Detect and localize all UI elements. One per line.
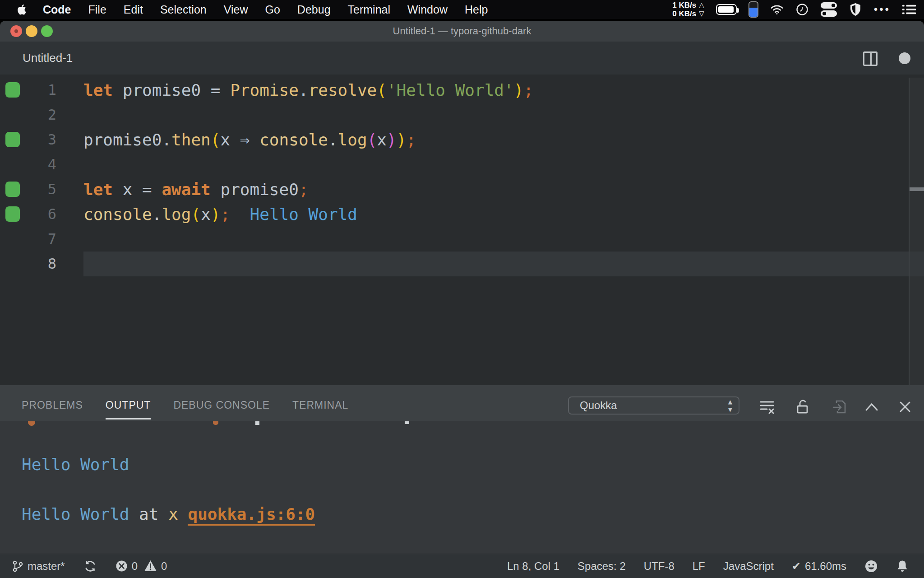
- sync-icon: [84, 560, 97, 573]
- notifications-button[interactable]: [896, 559, 909, 573]
- menu-left: CodeFileEditSelectionViewGoDebugTerminal…: [0, 3, 496, 16]
- window-title: Untitled-1 — typora-github-dark: [0, 21, 924, 42]
- code-token: ): [514, 81, 524, 99]
- line-number: 4: [0, 152, 56, 177]
- maximize-panel-icon[interactable]: [864, 399, 880, 415]
- code-token: 'Hello World': [387, 81, 514, 99]
- tab-output[interactable]: OUTPUT: [106, 399, 151, 411]
- clock-icon[interactable]: [795, 3, 809, 16]
- code-token: promise0: [83, 131, 162, 149]
- line-number: 7: [0, 227, 56, 252]
- code-text: promise0.then(x ⇒ console.log(x));: [83, 127, 416, 152]
- code-token: (: [191, 205, 201, 224]
- tab-untitled-1[interactable]: Untitled-1: [23, 42, 73, 75]
- network-down-speed: 0 KB/s: [672, 9, 696, 18]
- bell-icon: [896, 559, 909, 573]
- output-text: Hello World: [22, 505, 129, 523]
- apple-menu-icon[interactable]: [15, 3, 27, 16]
- wifi-icon[interactable]: [770, 3, 784, 16]
- git-branch-item[interactable]: master*: [12, 560, 65, 573]
- problems-errors-item[interactable]: 0: [116, 560, 138, 573]
- sync-button[interactable]: [84, 560, 97, 573]
- menu-item-edit[interactable]: Edit: [115, 3, 152, 16]
- cursor-position[interactable]: Ln 8, Col 1: [507, 560, 559, 573]
- code-token: .: [152, 205, 162, 224]
- close-panel-icon[interactable]: [897, 399, 913, 415]
- menu-item-terminal[interactable]: Terminal: [339, 3, 399, 16]
- menu-item-help[interactable]: Help: [456, 3, 496, 16]
- panel-header: PROBLEMS OUTPUT DEBUG CONSOLE TERMINAL Q…: [0, 385, 924, 421]
- code-editor[interactable]: 1let promise0 = Promise.resolve('Hello W…: [0, 75, 924, 385]
- overview-ruler-divider: [909, 78, 910, 385]
- unlock-icon[interactable]: [795, 399, 811, 415]
- code-line-6: 6console.log(x); Hello World: [0, 202, 924, 227]
- output-text: Hello World: [22, 455, 129, 474]
- network-up-speed: 1 KB/s: [672, 1, 696, 9]
- toggles-icon[interactable]: [821, 2, 837, 17]
- menu-item-debug[interactable]: Debug: [289, 3, 339, 16]
- code-token: await: [162, 180, 210, 199]
- code-token: x: [201, 205, 211, 224]
- menu-item-view[interactable]: View: [215, 3, 257, 16]
- error-icon: [116, 560, 128, 572]
- code-token: (: [377, 81, 387, 99]
- git-branch-icon: [12, 560, 23, 573]
- code-token: ;: [299, 180, 309, 199]
- clipped-output-fragment: [28, 421, 35, 426]
- menu-item-window[interactable]: Window: [399, 3, 456, 16]
- editor-tab-bar: Untitled-1: [0, 42, 924, 75]
- clear-output-icon[interactable]: [759, 399, 775, 415]
- clipped-output-fragment: [255, 421, 259, 425]
- code-token: ⇒: [240, 131, 259, 149]
- menu-items: CodeFileEditSelectionViewGoDebugTerminal…: [34, 3, 496, 16]
- eol-sequence[interactable]: LF: [693, 560, 705, 573]
- vscode-window: Untitled-1 — typora-github-dark Untitled…: [0, 21, 924, 578]
- dirty-indicator-dot[interactable]: [899, 52, 910, 64]
- device-battery-icon[interactable]: [748, 1, 758, 18]
- download-arrow-icon: ▽: [699, 9, 704, 18]
- line-number: 2: [0, 103, 56, 127]
- output-text: x: [168, 505, 188, 523]
- code-token: (: [211, 131, 221, 149]
- check-icon: ✔: [792, 560, 801, 573]
- open-output-in-editor-icon[interactable]: [831, 399, 847, 415]
- tab-terminal[interactable]: TERMINAL: [292, 399, 348, 411]
- output-content[interactable]: Hello WorldHello World at x quokka.js:6:…: [0, 421, 924, 574]
- output-channel-value: Quokka: [580, 399, 617, 411]
- window-title-bar[interactable]: Untitled-1 — typora-github-dark: [0, 21, 924, 42]
- clipped-output-fragment: [405, 421, 409, 424]
- menu-item-go[interactable]: Go: [257, 3, 289, 16]
- menu-item-selection[interactable]: Selection: [152, 3, 215, 16]
- output-line: Hello World: [22, 452, 129, 477]
- code-token: promise0: [113, 81, 211, 99]
- clipped-output-fragment: [213, 421, 218, 425]
- language-mode[interactable]: JavaScript: [723, 560, 774, 573]
- split-editor-icon[interactable]: [863, 51, 878, 66]
- tab-debug-console[interactable]: DEBUG CONSOLE: [173, 399, 270, 411]
- encoding[interactable]: UTF-8: [644, 560, 675, 573]
- menu-item-code[interactable]: Code: [34, 3, 80, 16]
- network-speed-indicator[interactable]: 1 KB/s 0 KB/s △ ▽: [672, 1, 704, 18]
- code-line-7: 7: [0, 227, 924, 252]
- output-text: at: [129, 505, 168, 523]
- code-token: x: [113, 180, 142, 199]
- code-line-4: 4: [0, 152, 924, 177]
- quokka-time-item[interactable]: ✔ 61.60ms: [792, 560, 846, 573]
- output-source-link[interactable]: quokka.js:6:0: [188, 505, 315, 526]
- list-icon[interactable]: [902, 3, 916, 16]
- menu-item-file[interactable]: File: [80, 3, 115, 16]
- output-channel-select[interactable]: Quokka ▲▼: [568, 396, 739, 415]
- select-arrows-icon: ▲▼: [728, 398, 732, 414]
- code-token: ;: [221, 205, 231, 224]
- problems-warnings-item[interactable]: 0: [144, 560, 167, 573]
- battery-icon[interactable]: [716, 4, 737, 15]
- shield-icon[interactable]: [849, 3, 862, 16]
- panel-tabs: PROBLEMS OUTPUT DEBUG CONSOLE TERMINAL: [22, 399, 371, 411]
- warning-count: 0: [161, 560, 167, 573]
- feedback-smiley-button[interactable]: [864, 559, 878, 573]
- indentation[interactable]: Spaces: 2: [578, 560, 626, 573]
- code-token: ): [387, 131, 397, 149]
- tab-problems[interactable]: PROBLEMS: [22, 399, 83, 411]
- code-token: =: [142, 180, 162, 199]
- ellipsis-icon[interactable]: •••: [874, 0, 891, 19]
